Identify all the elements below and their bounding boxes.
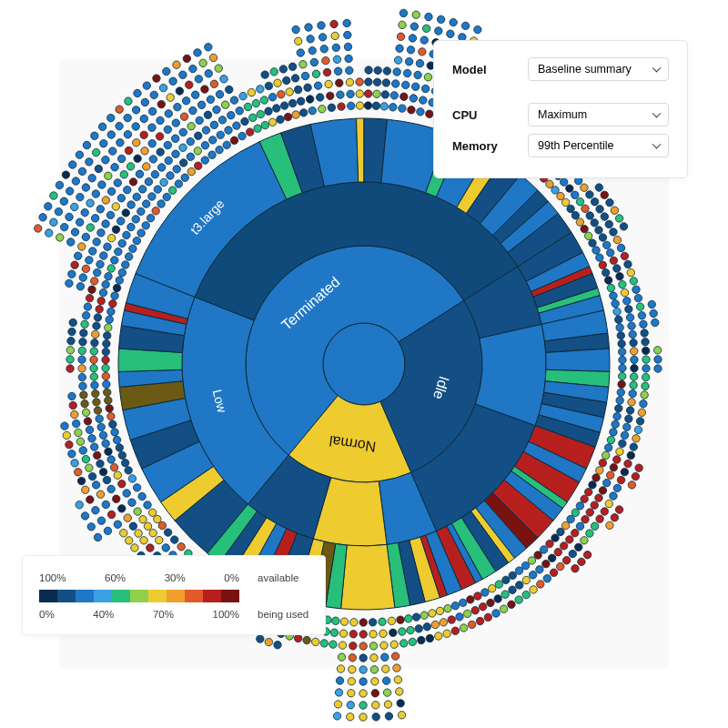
- instance-dot[interactable]: [91, 278, 98, 285]
- instance-dot[interactable]: [359, 666, 367, 673]
- instance-dot[interactable]: [156, 133, 163, 140]
- instance-dot[interactable]: [578, 558, 585, 565]
- instance-dot[interactable]: [71, 410, 78, 418]
- instance-dot[interactable]: [187, 167, 195, 175]
- instance-dot[interactable]: [257, 86, 264, 93]
- instance-dot[interactable]: [343, 19, 350, 26]
- instance-dot[interactable]: [66, 213, 73, 220]
- instance-dot[interactable]: [204, 111, 211, 118]
- instance-dot[interactable]: [66, 365, 74, 372]
- instance-dot[interactable]: [117, 155, 125, 162]
- instance-dot[interactable]: [218, 116, 226, 124]
- instance-dot[interactable]: [195, 76, 202, 83]
- instance-dot[interactable]: [205, 70, 212, 77]
- instance-dot[interactable]: [615, 405, 622, 412]
- instance-dot[interactable]: [153, 75, 160, 82]
- instance-dot[interactable]: [619, 364, 626, 371]
- instance-dot[interactable]: [116, 277, 123, 284]
- instance-dot[interactable]: [576, 502, 583, 510]
- instance-dot[interactable]: [604, 277, 612, 284]
- instance-dot[interactable]: [86, 294, 93, 301]
- instance-dot[interactable]: [129, 522, 136, 530]
- instance-dot[interactable]: [394, 56, 401, 64]
- instance-dot[interactable]: [106, 316, 113, 323]
- instance-dot[interactable]: [144, 501, 151, 509]
- instance-dot[interactable]: [630, 278, 637, 285]
- instance-dot[interactable]: [189, 106, 197, 114]
- instance-dot[interactable]: [616, 273, 623, 280]
- instance-dot[interactable]: [425, 13, 432, 20]
- instance-dot[interactable]: [294, 86, 301, 93]
- instance-dot[interactable]: [113, 284, 120, 291]
- instance-dot[interactable]: [509, 571, 516, 579]
- instance-dot[interactable]: [414, 71, 421, 78]
- instance-dot[interactable]: [254, 125, 261, 132]
- instance-dot[interactable]: [383, 67, 390, 75]
- instance-dot[interactable]: [346, 66, 353, 74]
- instance-dot[interactable]: [546, 540, 553, 547]
- instance-dot[interactable]: [389, 629, 397, 636]
- instance-dot[interactable]: [642, 373, 649, 380]
- instance-dot[interactable]: [196, 116, 203, 124]
- instance-dot[interactable]: [412, 83, 420, 90]
- instance-dot[interactable]: [581, 184, 588, 191]
- instance-dot[interactable]: [617, 244, 624, 251]
- instance-dot[interactable]: [98, 181, 106, 188]
- instance-dot[interactable]: [96, 306, 103, 313]
- instance-dot[interactable]: [364, 102, 371, 109]
- instance-dot[interactable]: [631, 364, 638, 371]
- instance-dot[interactable]: [238, 132, 246, 139]
- instance-dot[interactable]: [74, 469, 81, 476]
- instance-dot[interactable]: [560, 178, 567, 186]
- instance-dot[interactable]: [383, 689, 390, 696]
- instance-dot[interactable]: [481, 589, 489, 596]
- instance-dot[interactable]: [392, 80, 399, 87]
- instance-dot[interactable]: [562, 557, 570, 564]
- instance-dot[interactable]: [611, 207, 618, 214]
- instance-dot[interactable]: [92, 389, 99, 397]
- instance-dot[interactable]: [74, 252, 81, 259]
- instance-dot[interactable]: [420, 96, 427, 104]
- instance-dot[interactable]: [349, 654, 356, 662]
- instance-dot[interactable]: [567, 515, 574, 522]
- instance-dot[interactable]: [463, 610, 470, 617]
- instance-dot[interactable]: [260, 96, 268, 104]
- instance-dot[interactable]: [102, 356, 109, 363]
- instance-dot[interactable]: [71, 203, 78, 210]
- instance-dot[interactable]: [111, 429, 118, 436]
- instance-dot[interactable]: [603, 479, 611, 486]
- instance-dot[interactable]: [98, 123, 106, 130]
- instance-dot[interactable]: [133, 237, 140, 244]
- instance-dot[interactable]: [305, 24, 312, 31]
- instance-dot[interactable]: [627, 451, 634, 459]
- instance-dot[interactable]: [107, 308, 115, 315]
- instance-dot[interactable]: [635, 464, 642, 471]
- instance-dot[interactable]: [122, 209, 129, 217]
- instance-dot[interactable]: [350, 619, 358, 626]
- instance-dot[interactable]: [642, 365, 650, 372]
- instance-dot[interactable]: [76, 438, 84, 445]
- instance-dot[interactable]: [405, 615, 412, 622]
- instance-dot[interactable]: [641, 391, 648, 399]
- instance-dot[interactable]: [79, 338, 86, 345]
- instance-dot[interactable]: [650, 309, 657, 317]
- instance-dot[interactable]: [638, 312, 645, 319]
- instance-dot[interactable]: [116, 106, 123, 113]
- instance-dot[interactable]: [107, 114, 115, 121]
- instance-dot[interactable]: [595, 494, 602, 501]
- instance-dot[interactable]: [314, 82, 321, 89]
- instance-dot[interactable]: [125, 253, 132, 260]
- instance-dot[interactable]: [120, 171, 127, 178]
- instance-dot[interactable]: [435, 632, 442, 640]
- instance-dot[interactable]: [129, 245, 136, 252]
- instance-dot[interactable]: [543, 575, 551, 582]
- instance-dot[interactable]: [56, 181, 63, 188]
- instance-dot[interactable]: [516, 581, 523, 589]
- instance-dot[interactable]: [143, 200, 150, 207]
- instance-dot[interactable]: [419, 48, 426, 56]
- instance-dot[interactable]: [613, 265, 621, 272]
- instance-dot[interactable]: [118, 505, 126, 512]
- instance-dot[interactable]: [403, 69, 410, 76]
- instance-dot[interactable]: [407, 626, 414, 633]
- instance-dot[interactable]: [97, 517, 105, 524]
